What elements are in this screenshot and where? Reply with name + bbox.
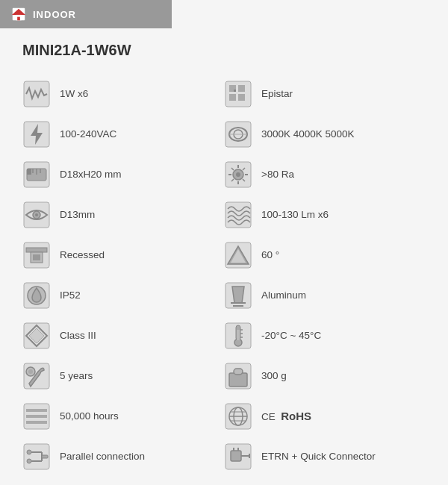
thermometer-icon [224, 322, 252, 350]
svg-rect-39 [26, 248, 47, 252]
indoor-icon [10, 6, 27, 22]
connector-text: ETRN + Quick Connector [261, 450, 376, 463]
mounting-icon [22, 241, 51, 269]
lifetime-text: 50,000 hours [60, 410, 119, 423]
svg-rect-19 [27, 169, 31, 175]
svg-rect-3 [17, 17, 20, 21]
cup-icon [224, 281, 252, 310]
spec-item-holesize: D13mm [22, 195, 224, 235]
spec-item-lifetime: 50,000 hours [22, 396, 224, 436]
spec-item-warranty: 5 years [22, 356, 224, 396]
weight-icon [224, 362, 252, 390]
svg-rect-37 [225, 202, 251, 228]
svg-rect-7 [238, 85, 245, 92]
svg-rect-65 [234, 369, 243, 375]
svg-rect-82 [42, 455, 48, 458]
cri-text: >80 Ra [261, 168, 294, 181]
spec-item-weight: 300 g [224, 356, 426, 396]
svg-rect-41 [33, 254, 40, 260]
sun-icon [224, 160, 252, 189]
spec-item-beam: 60 ° [224, 235, 426, 275]
globe-icon [224, 402, 252, 431]
svg-rect-84 [231, 451, 241, 461]
led-text: Epistar [261, 87, 293, 101]
power-text: 1W x6 [60, 87, 88, 101]
spec-item-voltage: 100-240VAC [22, 114, 224, 154]
warranty-icon [22, 362, 51, 390]
spec-item-lumen: 100-130 Lm x6 [224, 195, 426, 235]
connection-icon [22, 442, 51, 471]
ip-text: IP52 [60, 289, 81, 302]
beam-text: 60 ° [261, 248, 279, 262]
content-area: MINI21A-1W6W 1W x6 Epistar 100-240VAC 30… [0, 28, 448, 484]
header-bar: INDOOR [0, 0, 172, 28]
mounting-text: Recessed [60, 248, 105, 262]
svg-point-25 [236, 172, 240, 177]
svg-point-77 [27, 450, 31, 454]
waves-icon [224, 201, 252, 229]
triangle-icon [224, 241, 252, 269]
svg-rect-10 [234, 90, 236, 92]
dimensions-icon [22, 160, 51, 189]
warranty-text: 5 years [60, 369, 93, 383]
colortemp-text: 3000K 4000K 5000K [261, 128, 355, 141]
temp-text: -20°C ~ 45°C [261, 329, 321, 342]
holesize-text: D13mm [60, 208, 95, 222]
svg-rect-67 [26, 409, 47, 412]
svg-rect-56 [237, 330, 240, 340]
spec-item-class: Class III [22, 316, 224, 356]
holesize-icon [22, 201, 51, 229]
oval-icon [224, 120, 252, 148]
svg-rect-86 [249, 454, 250, 458]
svg-rect-69 [26, 421, 47, 424]
dimensions-text: D18xH20 mm [60, 168, 122, 181]
spec-item-power: 1W x6 [22, 74, 224, 114]
spec-item-cri: >80 Ra [224, 154, 426, 195]
certification-text: CE RoHS [261, 409, 311, 424]
svg-point-62 [28, 369, 33, 374]
power-icon [22, 80, 51, 108]
spec-item-certification: CE RoHS [224, 396, 426, 436]
spec-item-dimensions: D18xH20 mm [22, 154, 224, 195]
product-title: MINI21A-1W6W [22, 42, 426, 59]
connection-text: Parallel connection [60, 450, 145, 463]
svg-rect-8 [229, 94, 236, 101]
spec-item-colortemp: 3000K 4000K 5000K [224, 114, 426, 154]
spec-item-connection: Parallel connection [22, 436, 224, 477]
spec-item-mounting: Recessed [22, 235, 224, 275]
voltage-icon [22, 120, 51, 148]
spec-item-connector: ETRN + Quick Connector [224, 436, 426, 477]
grid-icon [224, 80, 252, 108]
spec-item-led: Epistar [224, 74, 426, 114]
material-text: Aluminum [261, 289, 306, 302]
class-icon [22, 322, 51, 350]
specs-grid: 1W x6 Epistar 100-240VAC 3000K 4000K 500… [22, 74, 426, 477]
lifetime-icon [22, 402, 51, 431]
svg-point-78 [27, 459, 31, 463]
svg-point-36 [35, 213, 38, 216]
svg-rect-68 [26, 415, 47, 418]
header-label: INDOOR [33, 9, 76, 20]
spec-item-material: Aluminum [224, 275, 426, 316]
ip-icon [22, 281, 51, 310]
spec-item-temp: -20°C ~ 45°C [224, 316, 426, 356]
plug-icon [224, 442, 252, 471]
weight-text: 300 g [261, 369, 287, 383]
voltage-text: 100-240VAC [60, 128, 116, 141]
spec-item-ip: IP52 [22, 275, 224, 316]
svg-rect-9 [238, 94, 245, 101]
lumen-text: 100-130 Lm x6 [261, 208, 329, 222]
class-text: Class III [60, 329, 96, 342]
